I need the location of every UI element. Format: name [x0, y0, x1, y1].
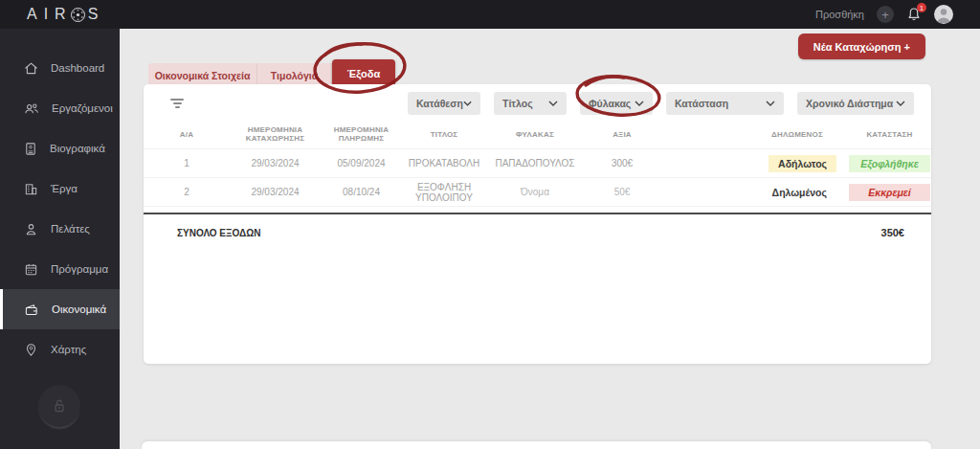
next-section-card: [142, 441, 931, 449]
col-header-index: Α/Α: [144, 130, 230, 139]
wallet-icon: [24, 303, 39, 317]
col-header-guard: ΦΥΛΑΚΑΣ: [486, 130, 584, 139]
col-header-value: ΑΞΙΑ: [584, 130, 660, 139]
col-header-date-recorded: ΗΜΕΡΟΜΗΝΙΑ ΚΑΤΑΧΩΡΗΣΗΣ: [230, 125, 321, 143]
cell-date-paid: 08/10/24: [321, 187, 402, 197]
logo-atom-icon: [70, 7, 86, 23]
sidebar-item-label: Εργαζόμενοι: [52, 102, 113, 114]
sidebar-item-label: Χάρτης: [51, 344, 86, 355]
building-icon: [24, 182, 38, 196]
notification-badge: 1: [917, 3, 926, 12]
cell-value: 300€: [584, 158, 660, 168]
unlock-icon: [52, 398, 67, 414]
home-icon: [24, 61, 38, 76]
cell-index: 1: [144, 158, 230, 168]
cell-index: 2: [144, 187, 230, 197]
declared-badge: Αδήλωτος: [768, 155, 836, 172]
sidebar-item-financials[interactable]: Οικονομικά: [0, 289, 120, 329]
logo-text-left: AIR: [27, 6, 73, 23]
resume-icon: [24, 142, 37, 156]
col-header-date-paid: ΗΜΕΡΟΜΗΝΙΑ ΠΛΗΡΩΜΗΣ: [321, 125, 402, 143]
filter-dropdown-timerange[interactable]: Χρονικό Διάστημα: [797, 92, 914, 115]
sidebar-item-map[interactable]: Χάρτης: [0, 329, 120, 370]
filter-bar: Κατάθεση Τίτλος Φύλακας Κατάσταση Χρονικ…: [144, 84, 931, 119]
table-row[interactable]: 1 29/03/2024 05/09/2024 ΠΡΟΚΑΤΑΒΟΛΗ ΠΑΠΑ…: [144, 149, 931, 178]
sidebar-item-employees[interactable]: Εργαζόμενοι: [0, 88, 120, 128]
chevron-down-icon: [463, 101, 472, 106]
app-logo: AIR S: [27, 6, 104, 23]
total-row: ΣΥΝΟΛΟ ΕΞΟΔΩΝ 350€: [144, 213, 931, 238]
total-value: 350€: [881, 227, 904, 238]
status-badge: Εξοφλήθηκε: [849, 155, 930, 172]
sidebar-item-label: Dashboard: [51, 62, 104, 74]
expenses-card: Κατάθεση Τίτλος Φύλακας Κατάσταση Χρονικ…: [144, 84, 931, 364]
chevron-down-icon: [635, 101, 644, 106]
sidebar-item-dashboard[interactable]: Dashboard: [0, 48, 120, 88]
lock-toggle-button[interactable]: [38, 385, 80, 427]
main-content: Νέα Καταχώρηση + Οικονομικά Στοιχεία Τιμ…: [120, 29, 980, 449]
table-row[interactable]: 2 29/03/2024 08/10/24 ΕΞΟΦΛΗΣΗ ΥΠΟΛΟΙΠΟΥ…: [144, 178, 931, 207]
sidebar-item-label: Πελάτες: [51, 223, 90, 235]
topbar: AIR S Προσθήκη + 1: [0, 0, 980, 29]
col-header-title: ΤΙΤΛΟΣ: [402, 130, 486, 139]
cell-guard: Όνομα: [486, 187, 584, 197]
avatar[interactable]: [934, 5, 953, 24]
sidebar-item-schedule[interactable]: Πρόγραμμα: [0, 249, 120, 289]
chevron-down-icon: [766, 101, 775, 106]
filter-dropdown-title[interactable]: Τίτλος: [494, 92, 567, 115]
status-badge: Εκκρεμεί: [849, 184, 930, 201]
sidebar-item-clients[interactable]: Πελάτες: [0, 209, 120, 249]
sidebar-item-label: Οικονομικά: [52, 303, 106, 315]
filter-dropdown-guard[interactable]: Φύλακας: [580, 92, 653, 115]
sidebar-item-label: Πρόγραμμα: [51, 263, 108, 275]
filter-dropdown-status[interactable]: Κατάσταση: [666, 92, 784, 115]
notifications-button[interactable]: 1: [906, 7, 922, 22]
map-pin-icon: [24, 343, 38, 357]
filter-dropdown-deposit[interactable]: Κατάθεση: [408, 92, 480, 115]
chevron-down-icon: [548, 101, 558, 106]
cell-title: ΕΞΟΦΛΗΣΗ ΥΠΟΛΟΙΠΟΥ: [402, 182, 486, 203]
add-label: Προσθήκη: [815, 9, 864, 20]
cell-title: ΠΡΟΚΑΤΑΒΟΛΗ: [402, 158, 486, 168]
chevron-down-icon: [896, 101, 905, 106]
calendar-icon: [24, 262, 38, 277]
people-icon: [24, 101, 39, 116]
filter-funnel-icon[interactable]: [170, 99, 184, 108]
declared-badge: Δηλωμένος: [763, 184, 836, 201]
sidebar-item-label: Έργα: [51, 183, 78, 194]
logo-text-right: S: [88, 6, 105, 23]
col-header-status: ΚΑΤΑΣΤΑΣΗ: [848, 130, 931, 139]
sidebar: Dashboard Εργαζόμενοι Βιογραφικά: [0, 29, 120, 449]
cell-date-recorded: 29/03/2024: [230, 187, 321, 197]
sidebar-item-projects[interactable]: Έργα: [0, 168, 120, 209]
cell-value: 50€: [584, 187, 660, 197]
sidebar-item-label: Βιογραφικά: [50, 143, 105, 154]
sidebar-item-resumes[interactable]: Βιογραφικά: [0, 128, 120, 168]
client-icon: [24, 222, 38, 236]
total-label: ΣΥΝΟΛΟ ΕΞΟΔΩΝ: [177, 228, 260, 238]
cell-date-recorded: 29/03/2024: [230, 158, 321, 168]
cell-guard: ΠΑΠΑΔΟΠΟΥΛΟΣ: [486, 158, 584, 168]
new-entry-button[interactable]: Νέα Καταχώρηση +: [798, 34, 925, 59]
plus-icon[interactable]: +: [877, 6, 894, 23]
cell-date-paid: 05/09/2024: [321, 158, 402, 168]
table-header-row: Α/Α ΗΜΕΡΟΜΗΝΙΑ ΚΑΤΑΧΩΡΗΣΗΣ ΗΜΕΡΟΜΗΝΙΑ ΠΛ…: [144, 119, 931, 149]
col-header-declared: ΔΗΛΩΜΕΝΟΣ: [660, 130, 848, 139]
